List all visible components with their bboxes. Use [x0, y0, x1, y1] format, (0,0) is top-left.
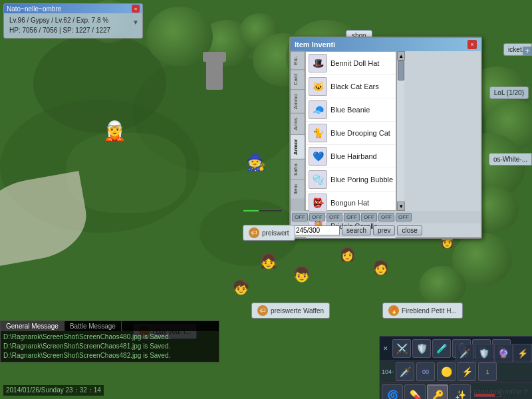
filter-btn-6[interactable]: OFF	[378, 213, 394, 221]
hud-item-slot[interactable]: 🔑	[427, 384, 448, 399]
player-panel-title-bar: Nato~nelle~ombre ×	[4, 4, 142, 13]
item-name: Blue Poring Bubble	[331, 176, 393, 184]
scroll-up-button[interactable]: ▲	[397, 51, 405, 61]
item-row[interactable]: 🐈 Blue Drooping Cat	[306, 122, 396, 145]
item-row[interactable]: 🧢 Blue Beanie	[306, 98, 396, 122]
inventory-title: Item Inventi	[295, 41, 335, 49]
oswhite-panel: os-White-...	[489, 153, 532, 166]
hud-slot[interactable]: 🗡️	[396, 362, 414, 381]
chat-tab-battle[interactable]: Battle Message	[65, 321, 122, 331]
item-name: Bennit Doll Hat	[331, 59, 379, 67]
search-row: search prev close	[291, 223, 481, 237]
filter-btn-1[interactable]: OFF	[292, 213, 308, 221]
item-name: Black Cat Ears	[331, 82, 379, 90]
character-sprite: 🧒	[233, 279, 249, 295]
inventory-body: Etc. Card Ammo Arms Armor kafra Item 🎩 B…	[291, 51, 481, 211]
scroll-down-button[interactable]: ▼	[397, 201, 405, 211]
tab-card[interactable]: Card	[291, 69, 305, 89]
item-row[interactable]: 🎩 Bennit Doll Hat	[306, 52, 396, 75]
hud-slot[interactable]: ⚔️	[392, 339, 411, 358]
filter-btn-7[interactable]: OFF	[396, 213, 412, 221]
scroll-thumb[interactable]	[398, 61, 404, 80]
filter-btn-4[interactable]: OFF	[344, 213, 360, 221]
lol-panel: LoL (1/20)	[489, 86, 529, 99]
tab-armor[interactable]: Armor	[291, 134, 305, 159]
skill-slot[interactable]: 🗡️	[456, 344, 474, 362]
prev-button[interactable]: prev	[373, 225, 395, 235]
skill-bar: 🗡️ 🛡️ 🔮 ⚡	[456, 344, 532, 362]
hud-slot[interactable]: 1	[478, 362, 497, 381]
item-row[interactable]: 💙 Blue Hairband	[306, 145, 396, 168]
item-row[interactable]: 👺 Bongun Hat	[306, 192, 396, 215]
tent	[0, 171, 92, 268]
item-icon: 💙	[309, 147, 327, 166]
item-row[interactable]: 🐱 Black Cat Ears	[306, 75, 396, 98]
hud-item-slot[interactable]: 🌀	[382, 384, 403, 399]
oswhite-label: os-White-...	[493, 156, 527, 163]
shop-label-preiswerte-waffen[interactable]: 🏷 preiswerte Waffen	[251, 303, 330, 319]
player-stat-line2: HP: 7056 / 7056 | SP: 1227 / 1227	[9, 25, 137, 35]
player-panel: Nato~nelle~ombre × Lv.96 / Gypsy / Lv.62…	[3, 3, 143, 39]
hud-slot[interactable]: 00	[416, 362, 435, 381]
hud-bottom-row: 🌀 💊 🔑 ✨	[380, 383, 532, 399]
player-panel-close-button[interactable]: ×	[132, 5, 140, 13]
item-count-input[interactable]	[293, 225, 340, 235]
chat-tabs: General Message Battle Message	[1, 321, 219, 331]
tab-item[interactable]: Item	[291, 180, 305, 199]
player-name: Nato~nelle~ombre	[7, 5, 61, 13]
hud-count-row: 104- 🗡️ 00 🟡 ⚡ 1	[380, 361, 532, 383]
filter-btn-2[interactable]: OFF	[309, 213, 325, 221]
character-sprite: 👦	[293, 266, 311, 283]
character-sprite: 🧑	[372, 259, 389, 275]
tab-etc[interactable]: Etc.	[291, 51, 305, 69]
chat-log: D:\Ragnarok\ScreenShot\ScreenChaos480.jp…	[1, 331, 219, 362]
hud-slot[interactable]: ⚡	[458, 362, 476, 381]
inventory-tabs: Etc. Card Ammo Arms Armor kafra Item	[291, 51, 305, 211]
item-row[interactable]: 🫧 Blue Poring Bubble	[306, 168, 396, 192]
hud-close-icon[interactable]: ✕	[381, 345, 390, 352]
search-button[interactable]: search	[342, 225, 371, 235]
player-stat-line1: Lv.96 / Gypsy / Lv.62 / Exp. 7.8 %	[9, 15, 137, 25]
scroll-track[interactable]	[397, 61, 404, 201]
item-name: Bongun Hat	[331, 199, 369, 207]
shop-label-fireblend[interactable]: 🔥 Fireblend Petit H...	[382, 303, 463, 319]
shop-icon: 🔥	[388, 305, 399, 316]
close-button[interactable]: close	[397, 225, 422, 235]
lol-label: LoL (1/20)	[494, 89, 524, 96]
chat-area: General Message Battle Message D:\Ragnar…	[0, 321, 219, 362]
hud-slot[interactable]: 🧪	[432, 339, 451, 358]
item-icon: 🫧	[309, 170, 327, 189]
tab-ammo[interactable]: Ammo	[291, 89, 305, 113]
chat-line-1: D:\Ragnarok\ScreenShot\ScreenChaos480.jp…	[3, 332, 216, 342]
character-sprite: 👩	[339, 246, 356, 262]
item-icon: 🧢	[309, 100, 327, 119]
stone-top	[203, 52, 226, 62]
hud-skill-area	[474, 394, 501, 397]
skill-slot[interactable]: ⚡	[513, 344, 532, 362]
chat-line-3: D:\Ragnarok\ScreenShot\ScreenChaos482.jp…	[3, 351, 216, 360]
chat-tab-general[interactable]: General Message	[1, 321, 65, 331]
hud-slot[interactable]: 🛡️	[412, 339, 431, 358]
skill-slot[interactable]: 🛡️	[475, 344, 493, 362]
timestamp-text: 2014/01/26/Sunday 23：32：14	[6, 386, 101, 394]
character-sprite: 👧	[259, 253, 277, 270]
shop-label-text: Fireblend Petit H...	[402, 307, 457, 315]
filter-btn-5[interactable]: OFF	[361, 213, 377, 221]
tab-kafra[interactable]: kafra	[291, 159, 305, 180]
hud-slot[interactable]: 🟡	[437, 362, 456, 381]
skill-slot[interactable]: 🔮	[494, 344, 513, 362]
tab-arms[interactable]: Arms	[291, 113, 305, 134]
hud-item-slot[interactable]: ✨	[450, 384, 471, 399]
shop-label-preiswert[interactable]: 🏷 preiswert	[243, 225, 295, 241]
dropdown-arrow-icon[interactable]: ▼	[132, 19, 139, 26]
zoom-plus-button[interactable]: +	[523, 47, 532, 56]
hud-item-slot[interactable]: 💊	[404, 384, 426, 399]
item-name: Blue Hairband	[331, 152, 377, 160]
chat-line-2: D:\Ragnarok\ScreenShot\ScreenChaos481.jp…	[3, 342, 216, 351]
shop-icon: 🏷	[257, 305, 268, 316]
item-icon: 🐱	[309, 77, 327, 96]
filter-btn-3[interactable]: OFF	[327, 213, 342, 221]
shop-label-text: preiswerte Waffen	[271, 307, 324, 315]
item-name: Blue Beanie	[331, 106, 370, 114]
inventory-close-button[interactable]: ×	[467, 40, 477, 49]
